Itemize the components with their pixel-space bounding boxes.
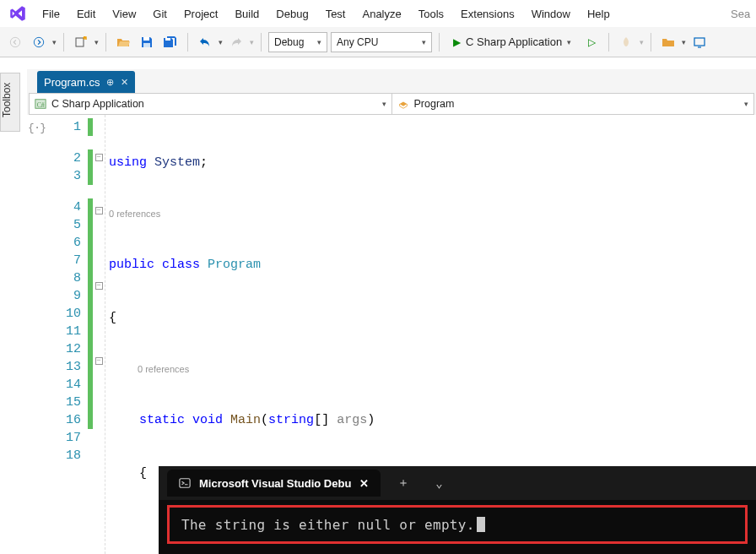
terminal-tab-bar: Microsoft Visual Studio Debu ✕ ＋ ⌄ [159,466,756,500]
undo-button[interactable] [195,32,215,52]
nav-member-label: Program [414,98,455,110]
start-without-debugging-button[interactable]: ▷ [581,32,602,52]
class-icon [397,98,409,110]
terminal-tab-debug-console[interactable]: Microsoft Visual Studio Debu ✕ [167,470,381,497]
save-button[interactable] [137,32,157,52]
main-toolbar: ▾ ▾ ▾ ▾ Debug ▾ Any CPU ▾ ▶ C Sharp Appl… [0,27,756,57]
menu-build[interactable]: Build [226,3,267,25]
close-tab-icon[interactable]: ✕ [121,77,128,88]
menu-git[interactable]: Git [144,3,176,25]
svg-text:C#: C# [37,101,45,109]
terminal-icon [179,477,191,489]
menu-project[interactable]: Project [176,3,226,25]
play-outline-icon: ▷ [588,36,596,48]
toolbox-panel-tab[interactable]: Toolbox [0,73,20,132]
play-filled-icon: ▶ [453,36,461,48]
menu-analyze[interactable]: Analyze [354,3,409,25]
nav-project-dropdown[interactable]: C# C Sharp Application ▾ [30,94,392,114]
nav-member-dropdown[interactable]: Program ▾ [392,94,754,114]
live-share-button[interactable] [689,32,710,52]
menu-test[interactable]: Test [317,3,354,25]
terminal-output-text: The string is either null or empty. [181,517,475,533]
svg-rect-3 [143,37,149,41]
menu-debug[interactable]: Debug [267,3,316,25]
namespace-glyph-icon: {·} [27,118,47,138]
menu-window[interactable]: Window [523,3,579,25]
redo-button [226,32,246,52]
solution-config-dropdown[interactable]: Debug ▾ [268,32,327,52]
document-tab-program-cs[interactable]: Program.cs ⊕ ✕ [37,71,135,93]
document-tab-title: Program.cs [44,76,100,89]
pin-tab-icon[interactable]: ⊕ [106,77,114,88]
new-terminal-tab-button[interactable]: ＋ [391,470,416,496]
nav-forward-button[interactable] [29,32,49,52]
codelens-references[interactable]: 0 references [109,362,756,376]
document-tab-strip: Program.cs ⊕ ✕ [27,69,756,93]
debug-console-window: Microsoft Visual Studio Debu ✕ ＋ ⌄ The s… [159,466,756,554]
codelens-references[interactable]: 0 references [109,207,756,220]
svg-rect-4 [143,43,150,47]
document-area: Program.cs ⊕ ✕ C# C Sharp Application ▾ … [27,69,756,554]
svg-rect-6 [694,38,705,46]
menu-bar: File Edit View Git Project Build Debug T… [0,0,756,27]
svg-point-0 [10,37,19,46]
menu-edit[interactable]: Edit [68,3,104,25]
start-target-label: C Sharp Application [466,35,562,48]
nav-project-label: C Sharp Application [51,98,144,110]
svg-point-1 [34,37,43,46]
svg-rect-5 [165,38,170,41]
glyph-margin: {·} [27,115,47,554]
save-all-button[interactable] [160,32,181,52]
new-item-button[interactable] [71,32,91,52]
chevron-down-icon: ⌄ [435,476,442,490]
menubar-search[interactable]: Sea [726,4,751,24]
menu-help[interactable]: Help [579,3,618,25]
solution-config-label: Debug [274,36,304,48]
visual-studio-logo-icon [8,4,27,23]
folding-column[interactable]: − − − − [93,115,105,554]
browse-button[interactable] [658,32,678,52]
chevron-down-icon: ▾ [382,100,386,108]
start-debugging-button[interactable]: ▶ C Sharp Application ▾ [446,32,578,52]
menu-view[interactable]: View [104,3,144,25]
terminal-tab-title: Microsoft Visual Studio Debu [199,477,351,490]
menu-tools[interactable]: Tools [410,3,452,25]
close-terminal-tab-icon[interactable]: ✕ [359,477,369,490]
terminal-output-highlight: The string is either null or empty. [167,505,748,544]
menu-extensions[interactable]: Extensions [452,3,523,25]
navigation-bar: C# C Sharp Application ▾ Program ▾ [29,93,754,115]
menu-file[interactable]: File [34,3,68,25]
open-file-button[interactable] [113,32,133,52]
nav-back-button [5,32,25,52]
solution-platform-label: Any CPU [337,36,378,48]
hot-reload-button [616,32,636,52]
solution-platform-dropdown[interactable]: Any CPU ▾ [331,32,432,52]
svg-rect-2 [76,38,84,46]
chevron-down-icon: ▾ [744,100,748,108]
csharp-project-icon: C# [35,98,46,110]
terminal-cursor [477,517,485,532]
line-number-gutter: 1 2 3 4 5 6 7 8 9 10 11 12 13 14 15 16 1… [47,115,88,554]
terminal-tab-dropdown-button[interactable]: ⌄ [426,470,451,496]
